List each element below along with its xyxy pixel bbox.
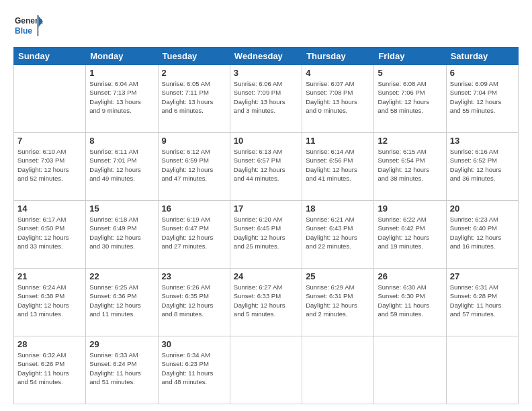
day-info: Sunrise: 6:26 AMSunset: 6:35 PMDaylight:…	[162, 283, 226, 318]
day-info: Sunrise: 6:32 AMSunset: 6:26 PMDaylight:…	[17, 351, 82, 386]
day-number: 3	[234, 68, 298, 78]
day-number: 29	[89, 339, 154, 349]
day-header-wednesday: Wednesday	[230, 48, 302, 65]
day-info: Sunrise: 6:25 AMSunset: 6:36 PMDaylight:…	[89, 283, 154, 318]
day-number: 4	[306, 68, 370, 78]
calendar-cell	[374, 336, 446, 404]
calendar-cell: 7Sunrise: 6:10 AMSunset: 7:03 PMDaylight…	[14, 133, 86, 201]
day-number: 8	[89, 136, 154, 146]
day-number: 15	[89, 203, 154, 214]
day-number: 21	[17, 271, 82, 281]
day-header-monday: Monday	[86, 48, 158, 65]
calendar-cell: 23Sunrise: 6:26 AMSunset: 6:35 PMDayligh…	[158, 269, 230, 336]
week-row-5: 28Sunrise: 6:32 AMSunset: 6:26 PMDayligh…	[14, 336, 519, 404]
calendar-cell: 10Sunrise: 6:13 AMSunset: 6:57 PMDayligh…	[230, 133, 302, 201]
day-number: 28	[17, 339, 82, 349]
day-info: Sunrise: 6:19 AMSunset: 6:47 PMDaylight:…	[162, 215, 226, 250]
day-number: 7	[17, 136, 82, 146]
day-info: Sunrise: 6:22 AMSunset: 6:42 PMDaylight:…	[378, 215, 442, 250]
day-info: Sunrise: 6:04 AMSunset: 7:13 PMDaylight:…	[89, 79, 154, 115]
day-info: Sunrise: 6:12 AMSunset: 6:59 PMDaylight:…	[162, 147, 226, 183]
day-info: Sunrise: 6:09 AMSunset: 7:04 PMDaylight:…	[450, 79, 515, 115]
calendar-cell: 16Sunrise: 6:19 AMSunset: 6:47 PMDayligh…	[158, 201, 230, 269]
day-info: Sunrise: 6:33 AMSunset: 6:24 PMDaylight:…	[89, 351, 154, 386]
day-number: 23	[162, 271, 226, 281]
calendar-cell: 2Sunrise: 6:05 AMSunset: 7:11 PMDaylight…	[158, 65, 230, 133]
calendar-cell	[302, 336, 374, 404]
day-info: Sunrise: 6:08 AMSunset: 7:06 PMDaylight:…	[378, 79, 442, 115]
day-number: 20	[450, 203, 515, 214]
day-info: Sunrise: 6:06 AMSunset: 7:09 PMDaylight:…	[234, 79, 298, 115]
day-number: 5	[378, 68, 442, 78]
day-header-thursday: Thursday	[302, 48, 374, 65]
day-info: Sunrise: 6:18 AMSunset: 6:49 PMDaylight:…	[89, 215, 154, 250]
svg-rect-4	[37, 15, 39, 36]
calendar-cell: 17Sunrise: 6:20 AMSunset: 6:45 PMDayligh…	[230, 201, 302, 269]
calendar-cell: 8Sunrise: 6:11 AMSunset: 7:01 PMDaylight…	[86, 133, 158, 201]
day-number: 1	[89, 68, 154, 78]
day-number: 19	[378, 203, 442, 214]
day-info: Sunrise: 6:29 AMSunset: 6:31 PMDaylight:…	[306, 283, 370, 318]
logo-svg: General Blue	[13, 12, 43, 42]
day-number: 30	[162, 339, 226, 349]
day-info: Sunrise: 6:30 AMSunset: 6:30 PMDaylight:…	[378, 283, 442, 318]
day-number: 14	[17, 203, 82, 214]
day-header-tuesday: Tuesday	[158, 48, 230, 65]
calendar-cell: 25Sunrise: 6:29 AMSunset: 6:31 PMDayligh…	[302, 269, 374, 336]
calendar-cell	[14, 65, 86, 133]
day-number: 11	[306, 136, 370, 146]
day-header-sunday: Sunday	[14, 48, 86, 65]
week-row-4: 21Sunrise: 6:24 AMSunset: 6:38 PMDayligh…	[14, 269, 519, 336]
calendar-cell: 15Sunrise: 6:18 AMSunset: 6:49 PMDayligh…	[86, 201, 158, 269]
calendar-cell: 1Sunrise: 6:04 AMSunset: 7:13 PMDaylight…	[86, 65, 158, 133]
calendar-cell: 18Sunrise: 6:21 AMSunset: 6:43 PMDayligh…	[302, 201, 374, 269]
calendar-body: 1Sunrise: 6:04 AMSunset: 7:13 PMDaylight…	[14, 65, 519, 404]
day-number: 6	[450, 68, 515, 78]
day-info: Sunrise: 6:21 AMSunset: 6:43 PMDaylight:…	[306, 215, 370, 250]
calendar-cell: 13Sunrise: 6:16 AMSunset: 6:52 PMDayligh…	[446, 133, 518, 201]
day-number: 27	[450, 271, 515, 281]
day-number: 10	[234, 136, 298, 146]
svg-text:Blue: Blue	[15, 26, 32, 36]
day-info: Sunrise: 6:16 AMSunset: 6:52 PMDaylight:…	[450, 147, 515, 183]
calendar-cell: 19Sunrise: 6:22 AMSunset: 6:42 PMDayligh…	[374, 201, 446, 269]
calendar-cell: 30Sunrise: 6:34 AMSunset: 6:23 PMDayligh…	[158, 336, 230, 404]
day-number: 16	[162, 203, 226, 214]
day-info: Sunrise: 6:34 AMSunset: 6:23 PMDaylight:…	[162, 351, 226, 386]
calendar-cell	[446, 336, 518, 404]
calendar-cell: 22Sunrise: 6:25 AMSunset: 6:36 PMDayligh…	[86, 269, 158, 336]
day-info: Sunrise: 6:27 AMSunset: 6:33 PMDaylight:…	[234, 283, 298, 318]
calendar-cell	[230, 336, 302, 404]
calendar-cell: 24Sunrise: 6:27 AMSunset: 6:33 PMDayligh…	[230, 269, 302, 336]
day-info: Sunrise: 6:13 AMSunset: 6:57 PMDaylight:…	[234, 147, 298, 183]
day-number: 12	[378, 136, 442, 146]
week-row-3: 14Sunrise: 6:17 AMSunset: 6:50 PMDayligh…	[14, 201, 519, 269]
day-info: Sunrise: 6:10 AMSunset: 7:03 PMDaylight:…	[17, 147, 82, 183]
day-number: 17	[234, 203, 298, 214]
day-header-friday: Friday	[374, 48, 446, 65]
day-info: Sunrise: 6:17 AMSunset: 6:50 PMDaylight:…	[17, 215, 82, 250]
day-info: Sunrise: 6:14 AMSunset: 6:56 PMDaylight:…	[306, 147, 370, 183]
day-number: 24	[234, 271, 298, 281]
calendar-cell: 29Sunrise: 6:33 AMSunset: 6:24 PMDayligh…	[86, 336, 158, 404]
calendar-cell: 5Sunrise: 6:08 AMSunset: 7:06 PMDaylight…	[374, 65, 446, 133]
day-number: 25	[306, 271, 370, 281]
day-info: Sunrise: 6:11 AMSunset: 7:01 PMDaylight:…	[89, 147, 154, 183]
day-number: 22	[89, 271, 154, 281]
day-number: 18	[306, 203, 370, 214]
day-info: Sunrise: 6:24 AMSunset: 6:38 PMDaylight:…	[17, 283, 82, 318]
day-header-saturday: Saturday	[446, 48, 518, 65]
day-info: Sunrise: 6:20 AMSunset: 6:45 PMDaylight:…	[234, 215, 298, 250]
day-number: 26	[378, 271, 442, 281]
calendar-cell: 6Sunrise: 6:09 AMSunset: 7:04 PMDaylight…	[446, 65, 518, 133]
calendar-cell: 11Sunrise: 6:14 AMSunset: 6:56 PMDayligh…	[302, 133, 374, 201]
days-header-row: SundayMondayTuesdayWednesdayThursdayFrid…	[14, 48, 519, 65]
day-number: 13	[450, 136, 515, 146]
calendar-cell: 3Sunrise: 6:06 AMSunset: 7:09 PMDaylight…	[230, 65, 302, 133]
calendar-cell: 20Sunrise: 6:23 AMSunset: 6:40 PMDayligh…	[446, 201, 518, 269]
calendar-cell: 9Sunrise: 6:12 AMSunset: 6:59 PMDaylight…	[158, 133, 230, 201]
calendar-cell: 4Sunrise: 6:07 AMSunset: 7:08 PMDaylight…	[302, 65, 374, 133]
day-info: Sunrise: 6:05 AMSunset: 7:11 PMDaylight:…	[162, 79, 226, 115]
week-row-1: 1Sunrise: 6:04 AMSunset: 7:13 PMDaylight…	[14, 65, 519, 133]
week-row-2: 7Sunrise: 6:10 AMSunset: 7:03 PMDaylight…	[14, 133, 519, 201]
